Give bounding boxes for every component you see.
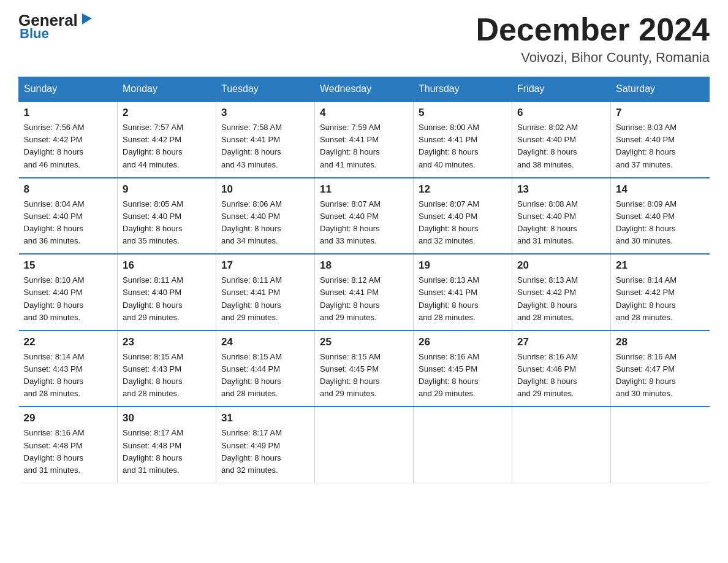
day-number: 15	[24, 259, 113, 272]
day-number: 29	[24, 412, 113, 424]
calendar-day-cell: 28Sunrise: 8:16 AM Sunset: 4:47 PM Dayli…	[611, 331, 710, 407]
day-number: 11	[320, 183, 408, 196]
calendar-week-row: 1Sunrise: 7:56 AM Sunset: 4:42 PM Daylig…	[19, 101, 710, 178]
calendar-day-cell: 5Sunrise: 8:00 AM Sunset: 4:41 PM Daylig…	[414, 101, 512, 178]
day-info: Sunrise: 8:16 AM Sunset: 4:48 PM Dayligh…	[24, 427, 113, 477]
weekday-header-sunday: Sunday	[19, 77, 118, 102]
day-number: 9	[123, 183, 211, 196]
weekday-header-wednesday: Wednesday	[315, 77, 414, 102]
day-number: 3	[221, 107, 309, 119]
day-number: 31	[221, 412, 309, 424]
calendar-week-row: 22Sunrise: 8:14 AM Sunset: 4:43 PM Dayli…	[19, 331, 710, 407]
logo-triangle-icon	[80, 12, 93, 26]
weekday-header-thursday: Thursday	[414, 77, 512, 102]
calendar-day-cell: 19Sunrise: 8:13 AM Sunset: 4:41 PM Dayli…	[414, 254, 512, 331]
weekday-header-monday: Monday	[118, 77, 216, 102]
day-info: Sunrise: 8:03 AM Sunset: 4:40 PM Dayligh…	[616, 121, 705, 171]
day-number: 27	[517, 336, 605, 348]
day-number: 13	[517, 183, 605, 196]
calendar-day-cell: 16Sunrise: 8:11 AM Sunset: 4:40 PM Dayli…	[118, 254, 216, 331]
location-title: Voivozi, Bihor County, Romania	[476, 50, 710, 66]
day-info: Sunrise: 8:07 AM Sunset: 4:40 PM Dayligh…	[320, 198, 408, 248]
calendar-day-cell: 10Sunrise: 8:06 AM Sunset: 4:40 PM Dayli…	[216, 178, 315, 255]
calendar-day-cell: 20Sunrise: 8:13 AM Sunset: 4:42 PM Dayli…	[512, 254, 611, 331]
calendar-empty-cell	[414, 407, 512, 483]
day-info: Sunrise: 7:58 AM Sunset: 4:41 PM Dayligh…	[221, 121, 309, 171]
day-number: 4	[320, 107, 408, 119]
calendar-day-cell: 8Sunrise: 8:04 AM Sunset: 4:40 PM Daylig…	[19, 178, 118, 255]
calendar-day-cell: 17Sunrise: 8:11 AM Sunset: 4:41 PM Dayli…	[216, 254, 315, 331]
day-number: 25	[320, 336, 408, 348]
calendar-table: SundayMondayTuesdayWednesdayThursdayFrid…	[18, 77, 710, 483]
calendar-day-cell: 23Sunrise: 8:15 AM Sunset: 4:43 PM Dayli…	[118, 331, 216, 407]
calendar-day-cell: 25Sunrise: 8:15 AM Sunset: 4:45 PM Dayli…	[315, 331, 414, 407]
day-info: Sunrise: 8:07 AM Sunset: 4:40 PM Dayligh…	[419, 198, 507, 248]
calendar-day-cell: 11Sunrise: 8:07 AM Sunset: 4:40 PM Dayli…	[315, 178, 414, 255]
day-info: Sunrise: 7:59 AM Sunset: 4:41 PM Dayligh…	[320, 121, 408, 171]
day-info: Sunrise: 8:08 AM Sunset: 4:40 PM Dayligh…	[517, 198, 605, 248]
day-info: Sunrise: 8:17 AM Sunset: 4:49 PM Dayligh…	[221, 427, 309, 477]
day-info: Sunrise: 8:00 AM Sunset: 4:41 PM Dayligh…	[419, 121, 507, 171]
day-number: 16	[123, 259, 211, 272]
calendar-day-cell: 24Sunrise: 8:15 AM Sunset: 4:44 PM Dayli…	[216, 331, 315, 407]
day-info: Sunrise: 8:14 AM Sunset: 4:42 PM Dayligh…	[616, 274, 705, 324]
day-info: Sunrise: 8:11 AM Sunset: 4:40 PM Dayligh…	[123, 274, 211, 324]
calendar-day-cell: 14Sunrise: 8:09 AM Sunset: 4:40 PM Dayli…	[611, 178, 710, 255]
calendar-day-cell: 26Sunrise: 8:16 AM Sunset: 4:45 PM Dayli…	[414, 331, 512, 407]
calendar-day-cell: 13Sunrise: 8:08 AM Sunset: 4:40 PM Dayli…	[512, 178, 611, 255]
day-info: Sunrise: 8:16 AM Sunset: 4:47 PM Dayligh…	[616, 351, 705, 400]
calendar-day-cell: 2Sunrise: 7:57 AM Sunset: 4:42 PM Daylig…	[118, 101, 216, 178]
page-header: General Blue December 2024 Voivozi, Biho…	[18, 12, 710, 66]
day-info: Sunrise: 8:13 AM Sunset: 4:41 PM Dayligh…	[419, 274, 507, 324]
day-info: Sunrise: 7:57 AM Sunset: 4:42 PM Dayligh…	[123, 121, 211, 171]
day-number: 26	[419, 336, 507, 348]
calendar-empty-cell	[512, 407, 611, 483]
calendar-day-cell: 27Sunrise: 8:16 AM Sunset: 4:46 PM Dayli…	[512, 331, 611, 407]
calendar-day-cell: 21Sunrise: 8:14 AM Sunset: 4:42 PM Dayli…	[611, 254, 710, 331]
day-info: Sunrise: 8:15 AM Sunset: 4:43 PM Dayligh…	[123, 351, 211, 400]
day-info: Sunrise: 8:15 AM Sunset: 4:44 PM Dayligh…	[221, 351, 309, 400]
calendar-day-cell: 7Sunrise: 8:03 AM Sunset: 4:40 PM Daylig…	[611, 101, 710, 178]
day-number: 10	[221, 183, 309, 196]
day-number: 21	[616, 259, 705, 272]
calendar-week-row: 29Sunrise: 8:16 AM Sunset: 4:48 PM Dayli…	[19, 407, 710, 483]
calendar-day-cell: 3Sunrise: 7:58 AM Sunset: 4:41 PM Daylig…	[216, 101, 315, 178]
day-number: 1	[24, 107, 113, 119]
day-info: Sunrise: 8:11 AM Sunset: 4:41 PM Dayligh…	[221, 274, 309, 324]
day-number: 2	[123, 107, 211, 119]
day-info: Sunrise: 8:15 AM Sunset: 4:45 PM Dayligh…	[320, 351, 408, 400]
day-number: 20	[517, 259, 605, 272]
day-number: 5	[419, 107, 507, 119]
day-info: Sunrise: 8:16 AM Sunset: 4:46 PM Dayligh…	[517, 351, 605, 400]
day-number: 6	[517, 107, 605, 119]
day-number: 12	[419, 183, 507, 196]
day-info: Sunrise: 8:12 AM Sunset: 4:41 PM Dayligh…	[320, 274, 408, 324]
title-area: December 2024 Voivozi, Bihor County, Rom…	[476, 12, 710, 66]
svg-marker-0	[82, 13, 92, 25]
day-number: 24	[221, 336, 309, 348]
weekday-header-row: SundayMondayTuesdayWednesdayThursdayFrid…	[19, 77, 710, 102]
day-info: Sunrise: 8:14 AM Sunset: 4:43 PM Dayligh…	[24, 351, 113, 400]
day-info: Sunrise: 8:06 AM Sunset: 4:40 PM Dayligh…	[221, 198, 309, 248]
month-title: December 2024	[476, 12, 710, 47]
day-info: Sunrise: 8:09 AM Sunset: 4:40 PM Dayligh…	[616, 198, 705, 248]
calendar-day-cell: 4Sunrise: 7:59 AM Sunset: 4:41 PM Daylig…	[315, 101, 414, 178]
weekday-header-saturday: Saturday	[611, 77, 710, 102]
day-number: 19	[419, 259, 507, 272]
day-info: Sunrise: 8:05 AM Sunset: 4:40 PM Dayligh…	[123, 198, 211, 248]
day-info: Sunrise: 8:04 AM Sunset: 4:40 PM Dayligh…	[24, 198, 113, 248]
weekday-header-tuesday: Tuesday	[216, 77, 315, 102]
day-info: Sunrise: 7:56 AM Sunset: 4:42 PM Dayligh…	[24, 121, 113, 171]
day-number: 22	[24, 336, 113, 348]
day-info: Sunrise: 8:17 AM Sunset: 4:48 PM Dayligh…	[123, 427, 211, 477]
logo-blue-text: Blue	[20, 26, 49, 42]
calendar-day-cell: 9Sunrise: 8:05 AM Sunset: 4:40 PM Daylig…	[118, 178, 216, 255]
day-number: 14	[616, 183, 705, 196]
calendar-empty-cell	[315, 407, 414, 483]
calendar-day-cell: 1Sunrise: 7:56 AM Sunset: 4:42 PM Daylig…	[19, 101, 118, 178]
calendar-day-cell: 29Sunrise: 8:16 AM Sunset: 4:48 PM Dayli…	[19, 407, 118, 483]
calendar-empty-cell	[611, 407, 710, 483]
day-info: Sunrise: 8:10 AM Sunset: 4:40 PM Dayligh…	[24, 274, 113, 324]
day-info: Sunrise: 8:02 AM Sunset: 4:40 PM Dayligh…	[517, 121, 605, 171]
day-number: 8	[24, 183, 113, 196]
